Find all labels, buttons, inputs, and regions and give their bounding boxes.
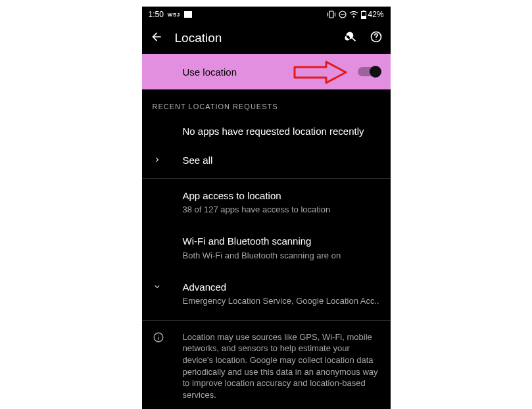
status-bar: 1:50 WSJ 42% bbox=[142, 7, 391, 22]
recent-requests-header: Recent Location Requests bbox=[142, 89, 391, 117]
vibrate-icon bbox=[327, 11, 336, 18]
app-access-sub: 38 of 127 apps have access to location bbox=[183, 204, 380, 216]
page-title: Location bbox=[175, 31, 333, 45]
advanced-sub: Emergency Location Service, Google Locat… bbox=[183, 295, 380, 307]
notification-wsj: WSJ bbox=[168, 12, 180, 18]
wifi-bt-title: Wi-Fi and Bluetooth scanning bbox=[183, 235, 380, 248]
svg-point-6 bbox=[353, 16, 355, 18]
chevron-down-icon bbox=[153, 282, 162, 291]
phone-screen: 1:50 WSJ 42% Location bbox=[142, 7, 391, 409]
notification-rect-icon bbox=[184, 11, 192, 18]
advanced-title: Advanced bbox=[183, 281, 380, 294]
search-button[interactable] bbox=[345, 30, 358, 46]
app-bar: Location bbox=[142, 22, 391, 54]
search-icon bbox=[345, 30, 358, 43]
back-button[interactable] bbox=[150, 30, 163, 46]
svg-rect-0 bbox=[184, 11, 192, 18]
clock-time: 1:50 bbox=[149, 10, 164, 19]
info-text: Location may use sources like GPS, Wi-Fi… bbox=[183, 331, 380, 400]
help-button[interactable] bbox=[370, 30, 383, 46]
recent-empty-text: No apps have requested location recently bbox=[183, 125, 380, 138]
use-location-toggle[interactable] bbox=[358, 67, 380, 76]
battery-icon bbox=[361, 11, 366, 19]
svg-rect-1 bbox=[329, 11, 333, 18]
use-location-label: Use location bbox=[183, 66, 358, 78]
wifi-icon bbox=[349, 11, 358, 18]
help-icon bbox=[370, 30, 383, 43]
svg-point-11 bbox=[375, 39, 376, 40]
wifi-bt-row[interactable]: Wi-Fi and Bluetooth scanning Both Wi-Fi … bbox=[142, 223, 391, 269]
arrow-back-icon bbox=[150, 30, 163, 43]
svg-rect-9 bbox=[362, 16, 366, 19]
use-location-row[interactable]: Use location bbox=[142, 54, 391, 89]
recent-empty-row: No apps have requested location recently bbox=[142, 117, 391, 146]
info-row: Location may use sources like GPS, Wi-Fi… bbox=[142, 321, 391, 409]
dnd-icon bbox=[339, 11, 347, 18]
battery-percent: 42% bbox=[368, 10, 383, 19]
chevron-right-icon bbox=[153, 155, 162, 164]
info-icon bbox=[153, 331, 164, 343]
see-all-label: See all bbox=[183, 154, 380, 167]
wifi-bt-sub: Both Wi-Fi and Bluetooth scanning are on bbox=[183, 250, 380, 262]
svg-point-14 bbox=[158, 335, 158, 335]
advanced-row[interactable]: Advanced Emergency Location Service, Goo… bbox=[142, 269, 391, 318]
see-all-row[interactable]: See all bbox=[142, 146, 391, 175]
toggle-thumb bbox=[370, 66, 381, 78]
app-access-title: App access to location bbox=[183, 189, 380, 203]
app-access-row[interactable]: App access to location 38 of 127 apps ha… bbox=[142, 179, 391, 224]
